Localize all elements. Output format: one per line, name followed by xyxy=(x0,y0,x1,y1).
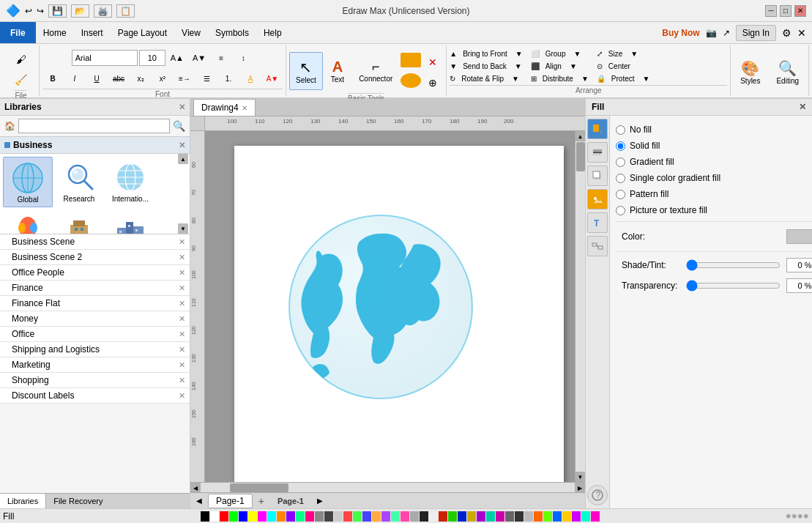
list-item[interactable]: Shipping and Logistics ✕ xyxy=(0,342,190,357)
color-swatch-item[interactable] xyxy=(372,511,381,522)
pattern-fill-option[interactable]: Pattern fill xyxy=(616,186,812,202)
subscript-button[interactable]: x₂ xyxy=(130,69,151,88)
business-scene2-close[interactable]: ✕ xyxy=(179,253,185,262)
color-swatch-item[interactable] xyxy=(448,511,457,522)
transparency-value[interactable] xyxy=(786,278,812,293)
page1-tab[interactable]: Page-1 xyxy=(208,494,253,508)
business-category[interactable]: Business ✕ xyxy=(0,137,190,154)
shopping-close[interactable]: ✕ xyxy=(179,376,185,385)
rotate-flip-button[interactable]: Rotate & Flip xyxy=(457,73,508,84)
discount-close[interactable]: ✕ xyxy=(179,391,185,401)
horizontal-scrollbar[interactable]: ◀ ▶ xyxy=(190,482,585,492)
color-swatch-item[interactable] xyxy=(391,511,400,522)
share-icon[interactable]: ↗ xyxy=(723,28,730,38)
scroll-up-button[interactable]: ▲ xyxy=(576,131,586,141)
list-item[interactable]: Business Scene ✕ xyxy=(0,234,190,250)
page-layout-menu[interactable]: Page Layout xyxy=(111,22,174,43)
shade-tint-value[interactable] xyxy=(786,258,812,272)
shadow-format-button[interactable] xyxy=(587,166,608,186)
color-swatch-item[interactable] xyxy=(201,511,209,522)
color-swatch-item[interactable] xyxy=(305,511,314,522)
symbols-menu[interactable]: Symbols xyxy=(208,22,256,43)
color-swatch-item[interactable] xyxy=(401,511,409,522)
bold-button[interactable]: B xyxy=(42,69,63,88)
picture-texture-fill-option[interactable]: Picture or texture fill xyxy=(616,202,812,218)
format-painter-button[interactable]: 🖌 xyxy=(11,50,31,69)
canvas-content[interactable] xyxy=(205,131,575,482)
file-recovery-tab[interactable]: File Recovery xyxy=(46,494,110,508)
lib-scroll-up[interactable]: ▲ xyxy=(178,154,188,164)
buy-now-link[interactable]: Buy Now xyxy=(662,28,699,38)
color-swatch-item[interactable] xyxy=(229,511,238,522)
finance-close[interactable]: ✕ xyxy=(179,283,185,293)
bring-to-front-dropdown[interactable]: ▼ xyxy=(513,48,525,59)
send-to-back-button[interactable]: Send to Back xyxy=(458,61,510,72)
highlight-button[interactable]: A xyxy=(240,69,261,88)
color-swatch-item[interactable] xyxy=(286,511,295,522)
no-fill-radio[interactable] xyxy=(616,125,625,135)
library-search-input[interactable] xyxy=(18,119,170,133)
list-item[interactable] xyxy=(3,209,53,234)
money-close[interactable]: ✕ xyxy=(179,314,185,324)
circle-shape-button[interactable] xyxy=(401,73,421,88)
color-swatch-item[interactable] xyxy=(553,511,562,522)
scroll-right-button[interactable]: ▶ xyxy=(575,483,585,493)
color-swatch-item[interactable] xyxy=(458,511,466,522)
list-item[interactable]: Shopping ✕ xyxy=(0,373,190,388)
libraries-close-button[interactable]: ✕ xyxy=(179,103,185,112)
color-swatch-item[interactable] xyxy=(524,511,533,522)
color-swatch-item[interactable] xyxy=(334,511,343,522)
h-scroll-thumb[interactable] xyxy=(230,483,288,492)
font-color-button[interactable]: A▼ xyxy=(262,69,283,88)
send-to-back-dropdown[interactable]: ▼ xyxy=(513,61,524,72)
no-fill-option[interactable]: No fill xyxy=(616,122,812,138)
business-category-close[interactable]: ✕ xyxy=(179,141,185,150)
list-item[interactable]: Internatio... xyxy=(105,157,155,207)
spacing-button[interactable]: ↕ xyxy=(233,48,253,67)
underline-button[interactable]: U xyxy=(86,69,107,88)
single-color-gradient-radio[interactable] xyxy=(616,174,625,183)
connector-format-button[interactable] xyxy=(587,236,608,256)
color-swatch-item[interactable] xyxy=(572,511,581,522)
strikethrough-button[interactable]: abc xyxy=(108,69,129,88)
gradient-fill-option[interactable]: Gradient fill xyxy=(616,154,812,170)
list-item[interactable]: Research xyxy=(54,157,104,207)
camera-icon[interactable]: 📷 xyxy=(706,28,717,38)
color-swatch-item[interactable] xyxy=(420,511,428,522)
libraries-tab[interactable]: Libraries xyxy=(0,494,46,508)
settings-icon[interactable]: ⚙ xyxy=(782,27,791,39)
numbering-button[interactable]: 1. xyxy=(218,69,239,88)
list-item[interactable]: Office ✕ xyxy=(0,327,190,342)
lib-scroll-down[interactable]: ▼ xyxy=(178,223,188,234)
color-swatch-item[interactable] xyxy=(381,511,390,522)
protect-button[interactable]: Protect xyxy=(607,73,639,84)
color-swatch-item[interactable] xyxy=(258,511,267,522)
scroll-down-button[interactable]: ▼ xyxy=(576,472,586,482)
increase-font-button[interactable]: A▲ xyxy=(167,48,187,67)
insert-menu[interactable]: Insert xyxy=(74,22,111,43)
color-swatch-item[interactable] xyxy=(505,511,514,522)
file-menu[interactable]: File xyxy=(0,22,36,43)
color-swatch[interactable] xyxy=(786,229,812,244)
rect-shape-button[interactable] xyxy=(401,53,421,67)
color-swatch-item[interactable] xyxy=(429,511,438,522)
align-dropdown[interactable]: ▼ xyxy=(567,61,579,72)
color-swatch-item[interactable] xyxy=(591,511,600,522)
italic-button[interactable]: I xyxy=(64,69,85,88)
styles-button[interactable]: 🎨 Styles xyxy=(734,53,767,92)
fill-format-button[interactable] xyxy=(587,119,608,139)
color-swatch-item[interactable] xyxy=(267,511,276,522)
drawing4-tab[interactable]: Drawing4 ✕ xyxy=(193,99,256,116)
color-swatch-item[interactable] xyxy=(324,511,333,522)
distribute-dropdown[interactable]: ▼ xyxy=(579,73,591,84)
color-swatch-item[interactable] xyxy=(515,511,524,522)
list-item[interactable]: Discount Labels ✕ xyxy=(0,388,190,404)
image-format-button[interactable] xyxy=(587,189,608,209)
center-button[interactable]: Center xyxy=(604,61,635,72)
color-swatch-item[interactable] xyxy=(496,511,504,522)
font-size-input[interactable] xyxy=(139,50,165,66)
rotate-flip-dropdown[interactable]: ▼ xyxy=(510,73,521,84)
connector-tool-button[interactable]: ⌐ Connector xyxy=(352,52,399,90)
search-icon[interactable]: 🔍 xyxy=(173,120,185,132)
color-swatch-item[interactable] xyxy=(543,511,552,522)
